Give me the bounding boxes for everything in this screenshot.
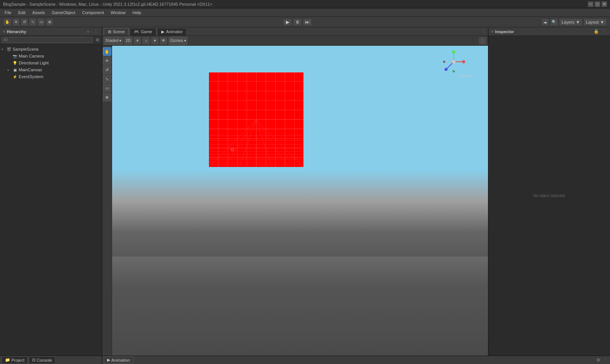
vert-scale-tool[interactable]: ⤡ (103, 75, 111, 83)
play-button[interactable]: ▶ (283, 18, 292, 26)
scene-gizmos-btn[interactable]: Gizmos ▾ (169, 37, 187, 45)
scene-view-tool-group: 2D (124, 37, 132, 45)
hierarchy-search-input[interactable] (2, 37, 93, 43)
scene-draw-tool-group: Shaded ▾ (104, 37, 123, 45)
toolbar-rotate-tool[interactable]: ↺ (21, 18, 28, 26)
layout-label: Layout (586, 20, 599, 24)
menu-assets[interactable]: Assets (29, 10, 48, 16)
menu-edit[interactable]: Edit (15, 10, 29, 16)
hierarchy-content: ▾ SampleScene ⋮ Main Camera Directional … (0, 44, 102, 356)
menu-bar: File Edit Assets GameObject Component Wi… (0, 8, 610, 17)
toolbar-transform-tool[interactable]: ⊕ (46, 18, 53, 26)
layers-arrow-icon: ▼ (576, 20, 580, 24)
hierarchy-item-maincanvas-label: MainCanvas (19, 67, 42, 72)
inspector-header: ≡ Inspector 🔒 ⋮ (488, 27, 610, 36)
center-area: ⊞ Scene 🎮 Game ▶ Animator ⋮ Shaded ▾ 2D (102, 27, 488, 356)
toolbar-scale-tool[interactable]: ⤡ (29, 18, 37, 26)
pause-button[interactable]: ⏸ (293, 18, 302, 26)
bottom-left-panel: 📁 Project ⊡ Console (0, 356, 102, 364)
perspective-label: ◄Persp (459, 74, 473, 78)
scene-viewport[interactable]: ✋ ✛ ↺ ⤡ ▭ ⊕ (102, 46, 488, 356)
play-controls: ▶ ⏸ ⏭ (283, 18, 312, 26)
inspector-title: Inspector (495, 29, 514, 34)
step-button[interactable]: ⏭ (303, 18, 312, 26)
vert-move-tool[interactable]: ✛ (103, 56, 111, 65)
hierarchy-item-label: SampleScene (13, 47, 39, 51)
menu-help[interactable]: Help (129, 10, 144, 16)
svg-point-24 (445, 68, 448, 71)
hierarchy-item-samplescene[interactable]: ▾ SampleScene ⋮ (0, 46, 102, 53)
tab-project[interactable]: 📁 Project (2, 356, 28, 364)
tab-animator[interactable]: ▶ Animator (157, 28, 187, 35)
vert-rotate-tool[interactable]: ↺ (103, 66, 111, 74)
hierarchy-item-eventsystem[interactable]: EventSystem (0, 73, 102, 80)
hierarchy-item-eventsystem-label: EventSystem (19, 74, 43, 79)
hierarchy-item-maincamera[interactable]: Main Camera (0, 53, 102, 59)
project-tab-icon: 📁 (5, 358, 10, 362)
hierarchy-actions: + ⋮ (85, 29, 99, 35)
scene-tabs-menu-button[interactable]: ⋮ (480, 29, 486, 35)
toolbar-rect-tool[interactable]: ▭ (37, 18, 45, 26)
anim-menu-button[interactable]: ⋮ (602, 357, 608, 363)
main-toolbar: ✋ ✛ ↺ ⤡ ▭ ⊕ ▶ ⏸ ⏭ ☁ 🔍 Layers ▼ Layout ▼ (0, 17, 610, 27)
scene-icon (6, 47, 11, 52)
scene-vertical-toolbar: ✋ ✛ ↺ ⤡ ▭ ⊕ (102, 46, 112, 356)
tab-scene[interactable]: ⊞ Scene (104, 28, 129, 35)
bottom-left-tabs: 📁 Project ⊡ Console (0, 356, 102, 364)
hierarchy-menu-button[interactable]: ⋮ (93, 29, 99, 35)
svg-line-17 (256, 120, 288, 167)
anim-tab-icon: ▶ (107, 358, 110, 362)
scene-more-btn[interactable]: ⋮ (479, 37, 486, 45)
window-controls[interactable]: ─ □ ✕ (588, 2, 607, 7)
hierarchy-item-menu[interactable]: ⋮ (97, 47, 100, 51)
maximize-button[interactable]: □ (595, 2, 600, 7)
inspector-lock-button[interactable]: 🔒 (593, 29, 599, 35)
cloud-button[interactable]: ☁ (541, 18, 549, 26)
scene-light-btn[interactable]: ☀ (133, 37, 141, 45)
layers-dropdown[interactable]: Layers ▼ (559, 18, 583, 26)
anim-expand-button[interactable]: ⊞ (595, 357, 601, 363)
scene-fx-btn[interactable]: ✦ (151, 37, 159, 45)
scene-2d-btn[interactable]: 2D (124, 37, 132, 45)
game-tab-label: Game (141, 29, 152, 34)
main-area: ≡ Hierarchy + ⋮ ⊞ ▾ SampleScene ⋮ (0, 27, 610, 356)
close-button[interactable]: ✕ (602, 2, 607, 7)
anim-tab-label: Animation (111, 358, 130, 362)
scene-audio-btn[interactable]: ♪ (142, 37, 150, 45)
hierarchy-item-dirlight[interactable]: Directional Light (0, 59, 102, 66)
scene-gizmo-group: Gizmos ▾ (169, 37, 188, 45)
menu-window[interactable]: Window (108, 10, 128, 16)
hierarchy-extra-button[interactable]: ⊞ (94, 37, 100, 43)
scene-gizmo[interactable] (442, 50, 465, 73)
anim-tab-actions: ⊞ ⋮ (595, 357, 608, 363)
scene-hidden-btn[interactable]: 👁 (160, 37, 167, 45)
inspector-actions: 🔒 ⋮ (593, 29, 607, 35)
bottom-area: 📁 Project ⊡ Console ▶ Animation ⊞ ⋮ Prev… (0, 356, 610, 364)
toolbar-hand-tool[interactable]: ✋ (3, 18, 11, 26)
tab-animation[interactable]: ▶ Animation (104, 356, 133, 364)
menu-component[interactable]: Component (79, 10, 107, 16)
tab-console[interactable]: ⊡ Console (29, 356, 55, 364)
hierarchy-add-button[interactable]: + (85, 29, 91, 35)
svg-line-14 (239, 120, 256, 167)
hierarchy-item-maincanvas[interactable]: ▸ MainCanvas (0, 66, 102, 73)
vert-hand-tool[interactable]: ✋ (103, 47, 111, 56)
menu-gameobject[interactable]: GameObject (49, 10, 79, 16)
vert-transform-tool[interactable]: ⊕ (103, 93, 111, 101)
svg-point-27 (453, 70, 455, 72)
scene-shaded-btn[interactable]: Shaded ▾ (104, 37, 122, 45)
layout-dropdown[interactable]: Layout ▼ (583, 18, 607, 26)
inspector-menu-button[interactable]: ⋮ (601, 29, 607, 35)
svg-point-20 (462, 60, 465, 63)
scene-tabs-bar: ⊞ Scene 🎮 Game ▶ Animator ⋮ (102, 27, 488, 36)
toolbar-move-tool[interactable]: ✛ (12, 18, 20, 26)
svg-point-22 (452, 50, 455, 53)
animator-tab-icon: ▶ (161, 29, 164, 34)
minimize-button[interactable]: ─ (588, 2, 593, 7)
tab-game[interactable]: 🎮 Game (130, 28, 156, 35)
search-button[interactable]: 🔍 (550, 18, 558, 26)
vert-rect-tool[interactable]: ▭ (103, 84, 111, 92)
menu-file[interactable]: File (2, 10, 14, 16)
light-icon (12, 60, 18, 66)
canvas-icon (12, 67, 18, 72)
